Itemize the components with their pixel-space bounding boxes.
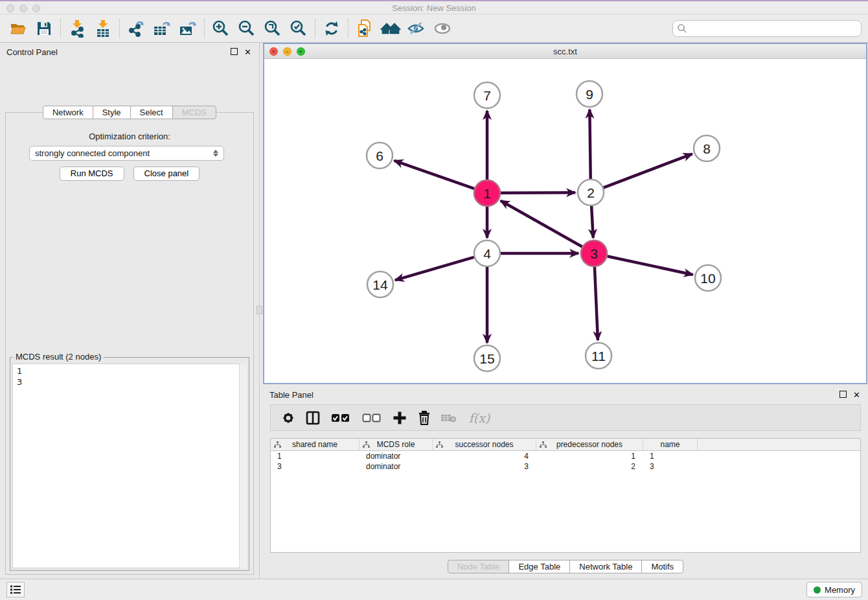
status-bar: Memory xyxy=(0,579,868,600)
export-image-icon xyxy=(178,19,198,38)
refresh-button[interactable] xyxy=(319,17,345,40)
task-history-button[interactable] xyxy=(6,582,25,597)
toolbar-separator xyxy=(315,19,315,38)
column-header-shared-name[interactable]: shared name xyxy=(271,439,360,450)
main-toolbar xyxy=(0,15,868,43)
plus-icon xyxy=(392,410,407,426)
copy-network-view-button[interactable] xyxy=(352,17,378,40)
result-scrollbar[interactable] xyxy=(239,363,247,568)
table-header-row[interactable]: shared nameMCDS rolesuccessor nodesprede… xyxy=(271,439,860,451)
open-session-button[interactable] xyxy=(5,17,31,40)
toolbar-separator xyxy=(60,19,61,38)
edge-2-3[interactable] xyxy=(591,206,593,238)
eye-icon xyxy=(433,20,452,37)
node-label-6: 6 xyxy=(376,148,383,163)
zoom-in-button[interactable] xyxy=(208,17,234,40)
column-header-successor-nodes[interactable]: successor nodes xyxy=(433,439,536,450)
node-table[interactable]: shared nameMCDS rolesuccessor nodesprede… xyxy=(270,438,861,553)
app-title-bar: Session: New Session xyxy=(0,0,868,14)
mcds-result-group: MCDS result (2 nodes) 1 3 xyxy=(10,357,249,571)
export-table-button[interactable] xyxy=(149,17,175,40)
column-header-predecessor-nodes[interactable]: predecessor nodes xyxy=(536,439,643,450)
column-header-name[interactable]: name xyxy=(643,439,698,450)
network-canvas[interactable]: 7968124314101511 xyxy=(264,59,866,383)
float-table-panel-icon[interactable] xyxy=(839,391,847,398)
deselect-all-rows-button[interactable] xyxy=(359,408,385,428)
tab-select[interactable]: Select xyxy=(130,106,173,119)
import-table-icon xyxy=(94,19,112,38)
mcds-result-list[interactable]: 1 3 xyxy=(12,363,247,568)
zoom-selected-button[interactable] xyxy=(286,17,312,40)
toolbar-separator xyxy=(119,19,120,38)
network-view-window: ✕ − + scc.txt 7968124314101511 xyxy=(263,43,867,384)
apply-function-button[interactable]: f(x) xyxy=(464,408,495,428)
home-view-button[interactable] xyxy=(378,17,404,40)
table-cell[interactable]: 2 xyxy=(536,462,643,471)
unchecked-boxes-icon xyxy=(362,413,382,422)
search-icon xyxy=(677,23,687,34)
node-label-9: 9 xyxy=(586,87,593,102)
node-label-4: 4 xyxy=(483,246,491,261)
run-mcds-button[interactable]: Run MCDS xyxy=(60,167,124,181)
table-row[interactable]: 1dominator411 xyxy=(271,451,860,461)
checked-boxes-icon xyxy=(331,413,350,422)
tab-motifs[interactable]: Motifs xyxy=(641,560,683,573)
edge-3-10[interactable] xyxy=(608,256,693,275)
zoom-fit-button[interactable] xyxy=(260,17,286,40)
edge-2-9[interactable] xyxy=(589,110,590,179)
close-panel-button[interactable]: Close panel xyxy=(133,167,200,181)
table-cell[interactable]: dominator xyxy=(360,452,433,461)
table-cell[interactable]: 4 xyxy=(433,452,536,461)
import-table-button[interactable] xyxy=(90,17,116,40)
tab-network[interactable]: Network xyxy=(43,106,93,119)
select-all-rows-button[interactable] xyxy=(328,408,354,428)
tab-network-table[interactable]: Network Table xyxy=(569,560,642,573)
delete-column-button[interactable] xyxy=(415,408,434,428)
tab-style[interactable]: Style xyxy=(93,106,131,119)
add-column-button[interactable] xyxy=(390,408,409,428)
open-folder-icon xyxy=(9,19,27,38)
splitter-handle-vertical[interactable] xyxy=(257,306,262,314)
delete-table-button[interactable] xyxy=(439,408,459,428)
edge-1-2[interactable] xyxy=(501,192,575,193)
node-label-3: 3 xyxy=(590,246,598,261)
network-window-titlebar[interactable]: ✕ − + scc.txt xyxy=(264,44,866,59)
import-network-button[interactable] xyxy=(64,17,90,40)
tab-node-table[interactable]: Node Table xyxy=(448,560,510,573)
save-session-button[interactable] xyxy=(31,17,57,40)
control-panel-tabs: NetworkStyleSelectMCDS xyxy=(0,106,259,119)
export-image-button[interactable] xyxy=(175,17,201,40)
float-panel-icon[interactable] xyxy=(231,48,238,55)
show-columns-button[interactable] xyxy=(303,408,323,428)
close-table-panel-icon[interactable]: ✕ xyxy=(853,390,860,400)
edge-3-1[interactable] xyxy=(501,201,582,247)
table-options-button[interactable] xyxy=(279,408,298,428)
table-cell[interactable]: 1 xyxy=(536,452,643,461)
table-cell[interactable]: dominator xyxy=(360,462,433,471)
table-cell[interactable]: 1 xyxy=(271,452,360,461)
table-cell[interactable]: 3 xyxy=(643,462,698,471)
table-cell[interactable]: 3 xyxy=(433,462,536,471)
network-window-title: scc.txt xyxy=(264,47,866,56)
table-cell[interactable]: 1 xyxy=(643,452,698,461)
memory-button[interactable]: Memory xyxy=(806,582,862,597)
export-network-button[interactable] xyxy=(123,17,149,40)
table-row[interactable]: 3dominator323 xyxy=(271,461,860,472)
table-cell[interactable]: 3 xyxy=(271,462,360,471)
columns-icon xyxy=(305,410,321,426)
edge-4-14[interactable] xyxy=(395,257,474,280)
tab-edge-table[interactable]: Edge Table xyxy=(508,560,570,573)
hide-selected-button[interactable] xyxy=(404,17,429,40)
close-panel-icon[interactable]: ✕ xyxy=(244,47,251,57)
criterion-dropdown[interactable]: strongly connected component xyxy=(29,146,224,161)
column-header-mcds-role[interactable]: MCDS role xyxy=(360,439,433,450)
network-graph[interactable]: 7968124314101511 xyxy=(264,59,866,383)
search-input[interactable] xyxy=(687,22,861,35)
show-all-button[interactable] xyxy=(429,17,455,40)
edge-2-8[interactable] xyxy=(604,154,692,188)
tab-mcds[interactable]: MCDS xyxy=(172,106,216,119)
zoom-out-button[interactable] xyxy=(234,17,260,40)
edge-1-6[interactable] xyxy=(394,161,475,189)
search-box[interactable] xyxy=(672,20,862,37)
edge-3-11[interactable] xyxy=(595,267,598,340)
